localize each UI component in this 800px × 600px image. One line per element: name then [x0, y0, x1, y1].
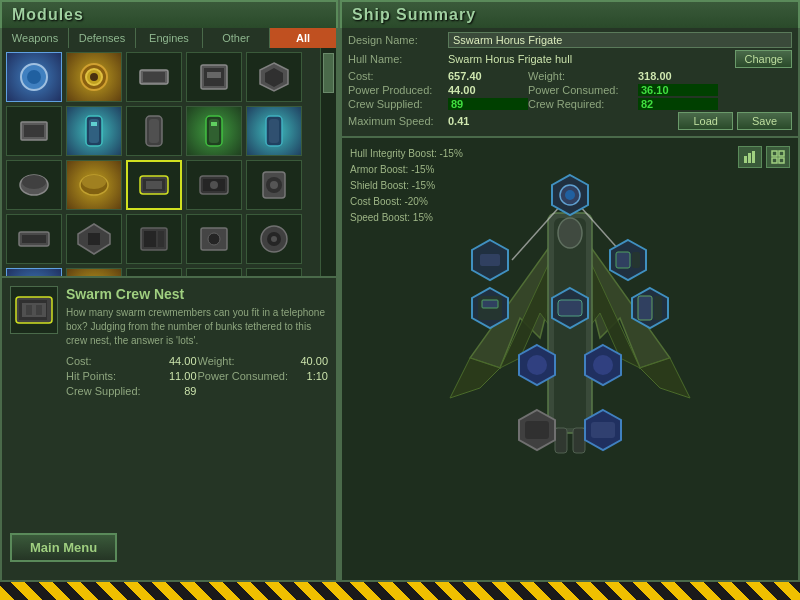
weight-label: Weight: — [528, 70, 638, 82]
module-info-icon — [10, 286, 58, 334]
modules-scrollbar[interactable] — [320, 48, 336, 276]
stat-hp-label: Hit Points: — [66, 370, 116, 382]
boost-overlay: Hull Integrity Boost: -15% Armor Boost: … — [350, 146, 463, 226]
svg-point-1 — [27, 70, 41, 84]
tab-other[interactable]: Other — [203, 28, 270, 48]
power-consumed-value: 36.10 — [638, 84, 718, 96]
stat-weight: Weight: 40.00 — [198, 354, 329, 368]
svg-rect-30 — [146, 181, 162, 189]
module-cell[interactable] — [186, 214, 242, 264]
module-cell[interactable] — [66, 52, 122, 102]
module-cell[interactable] — [6, 52, 62, 102]
view-icons — [738, 146, 790, 168]
stat-hitpoints: Hit Points: 11.00 — [66, 369, 197, 383]
tab-engines[interactable]: Engines — [136, 28, 203, 48]
modules-grid-container — [0, 48, 338, 278]
module-description: How many swarm crewmembers can you fit i… — [66, 306, 328, 348]
ship-view[interactable]: Hull Integrity Boost: -15% Armor Boost: … — [340, 138, 800, 582]
bar-chart-view-button[interactable] — [738, 146, 762, 168]
hull-name-value: Swarm Horus Frigate hull — [448, 53, 735, 65]
ship-slot-top[interactable] — [548, 173, 592, 220]
tab-defenses[interactable]: Defenses — [69, 28, 136, 48]
module-cell-empty — [126, 268, 182, 278]
crew-required-label: Crew Required: — [528, 98, 638, 110]
module-cell[interactable] — [246, 160, 302, 210]
ship-slot-mid-right[interactable] — [606, 238, 650, 285]
svg-point-27 — [82, 175, 106, 189]
load-button[interactable]: Load — [678, 112, 732, 130]
ship-slot-lower-left[interactable] — [515, 343, 559, 390]
grid-view-button[interactable] — [766, 146, 790, 168]
hazard-stripe — [0, 582, 800, 600]
ship-summary-header: Ship Summary — [340, 0, 800, 28]
armor-boost: Armor Boost: -15% — [350, 162, 463, 178]
svg-point-4 — [90, 73, 98, 81]
svg-rect-43 — [158, 231, 164, 247]
svg-rect-82 — [558, 300, 582, 316]
module-cell[interactable] — [66, 160, 122, 210]
module-cell[interactable] — [126, 214, 182, 264]
save-button[interactable]: Save — [737, 112, 792, 130]
module-cell[interactable] — [66, 106, 122, 156]
svg-rect-16 — [91, 122, 97, 126]
module-cell[interactable] — [66, 214, 122, 264]
svg-point-89 — [593, 355, 613, 375]
tab-weapons[interactable]: Weapons — [2, 28, 69, 48]
speed-boost: Speed Boost: 15% — [350, 210, 463, 226]
svg-point-87 — [527, 355, 547, 375]
change-hull-button[interactable]: Change — [735, 50, 792, 68]
cost-weight-row: Cost: 657.40 Weight: 318.00 — [348, 70, 792, 82]
svg-rect-61 — [772, 151, 777, 156]
power-consumed-label: Power Consumed: — [528, 84, 638, 96]
module-cell[interactable] — [246, 106, 302, 156]
module-cell-empty — [186, 268, 242, 278]
module-cell[interactable] — [126, 106, 182, 156]
svg-rect-55 — [22, 303, 46, 317]
max-speed-label: Maximum Speed: — [348, 115, 448, 127]
crew-required-value: 82 — [638, 98, 718, 110]
ship-slot-mid-left[interactable] — [468, 238, 512, 285]
module-cell[interactable] — [6, 160, 62, 210]
stat-crew: Crew Supplied: 89 — [66, 384, 197, 398]
svg-rect-63 — [772, 158, 777, 163]
svg-rect-13 — [24, 125, 44, 137]
module-cell[interactable] — [186, 106, 242, 156]
design-name-input[interactable] — [448, 32, 792, 48]
main-menu-button[interactable]: Main Menu — [10, 533, 117, 562]
svg-rect-23 — [269, 119, 279, 143]
svg-rect-59 — [748, 153, 751, 163]
module-cell[interactable] — [6, 106, 62, 156]
svg-point-45 — [208, 233, 220, 245]
module-info-text: Swarm Crew Nest How many swarm crewmembe… — [66, 286, 328, 572]
crew-supplied-label: Crew Supplied: — [348, 98, 448, 110]
ship-slot-right[interactable] — [628, 286, 672, 333]
ship-slot-bottom-right[interactable] — [581, 408, 625, 455]
svg-rect-64 — [779, 158, 784, 163]
module-cell[interactable] — [6, 268, 62, 278]
ship-slot-center[interactable] — [548, 286, 592, 333]
module-cell[interactable] — [186, 52, 242, 102]
module-cell[interactable] — [6, 214, 62, 264]
module-cell[interactable] — [246, 52, 302, 102]
svg-rect-9 — [207, 72, 221, 78]
ship-slot-lower-right[interactable] — [581, 343, 625, 390]
module-cell[interactable] — [186, 160, 242, 210]
svg-point-72 — [565, 190, 575, 200]
module-cell-selected[interactable] — [126, 160, 182, 210]
speed-action-row: Maximum Speed: 0.41 Load Save — [348, 112, 792, 130]
ship-slot-left[interactable] — [468, 286, 512, 333]
shield-boost: Shield Boost: -15% — [350, 178, 463, 194]
tab-all[interactable]: All — [270, 28, 336, 48]
scrollbar-thumb[interactable] — [323, 53, 334, 93]
crew-supplied-value: 89 — [448, 98, 528, 110]
hull-name-label: Hull Name: — [348, 53, 448, 65]
svg-rect-21 — [211, 122, 217, 126]
svg-rect-58 — [744, 156, 747, 163]
module-cell[interactable] — [126, 52, 182, 102]
ship-slot-bottom-left[interactable] — [515, 408, 559, 455]
cost-boost: Cost Boost: -20% — [350, 194, 463, 210]
module-cell[interactable] — [246, 214, 302, 264]
hull-integrity-boost: Hull Integrity Boost: -15% — [350, 146, 463, 162]
svg-rect-76 — [616, 252, 630, 268]
module-cell[interactable] — [66, 268, 122, 278]
